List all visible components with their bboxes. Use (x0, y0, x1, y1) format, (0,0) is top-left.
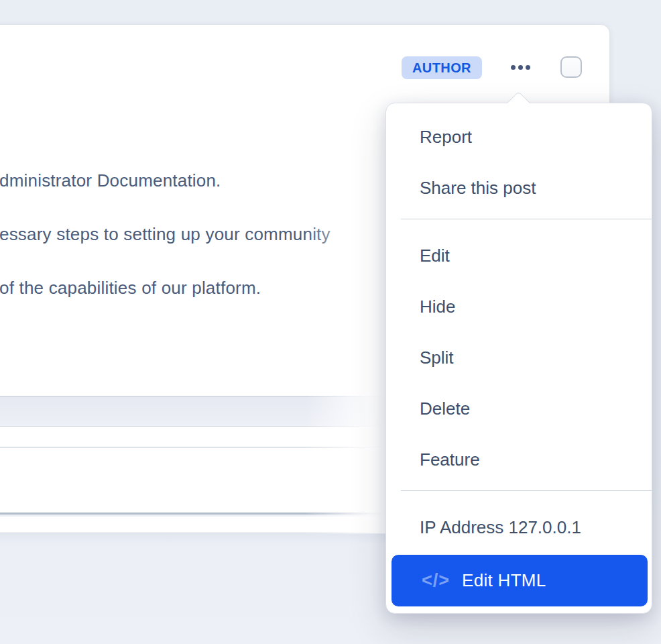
edit-html-button[interactable]: </> Edit HTML (392, 555, 648, 606)
menu-item-split[interactable]: Split (386, 332, 652, 383)
menu-item-share[interactable]: Share this post (386, 162, 652, 213)
menu-item-hide[interactable]: Hide (386, 281, 652, 332)
menu-item-ip-address[interactable]: IP Address 127.0.0.1 (386, 502, 652, 553)
edit-html-label: Edit HTML (462, 570, 546, 591)
menu-divider (401, 219, 652, 219)
page-background: AUTHOR dministrator Documentation. essar… (0, 0, 661, 644)
ellipsis-icon (511, 65, 530, 70)
author-badge: AUTHOR (402, 56, 482, 79)
menu-item-edit[interactable]: Edit (386, 230, 652, 281)
menu-divider (401, 490, 652, 491)
select-post-checkbox[interactable] (560, 56, 582, 78)
post-options-button[interactable] (505, 55, 535, 79)
menu-item-report[interactable]: Report (386, 111, 652, 162)
code-icon: </> (422, 570, 450, 591)
menu-item-feature[interactable]: Feature (386, 434, 652, 485)
menu-item-delete[interactable]: Delete (386, 383, 652, 434)
menu-shadow-fade (305, 25, 385, 533)
post-options-menu: Report Share this post Edit Hide Split D… (385, 103, 652, 614)
